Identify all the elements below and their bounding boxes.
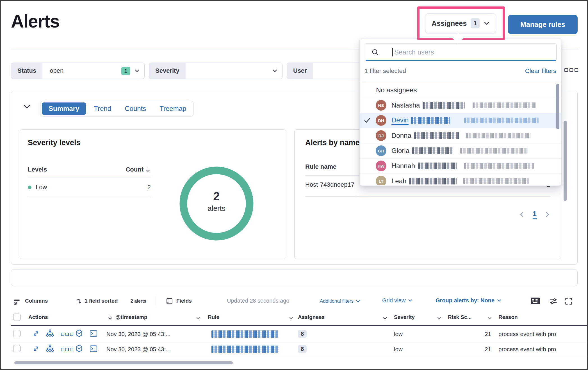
tab-counts[interactable]: Counts [119, 102, 152, 115]
redacted-surname [418, 163, 457, 169]
horizontal-scrollbar[interactable] [14, 361, 233, 364]
user-avatar: DJ [376, 130, 386, 141]
chevron-down-icon[interactable] [289, 316, 294, 321]
keyboard-shortcuts-icon[interactable] [530, 297, 540, 305]
user-first-name: Nastasha [391, 101, 420, 109]
donut-center-label: alerts [179, 204, 254, 213]
redacted-surname [423, 102, 465, 109]
tab-summary[interactable]: Summary [42, 102, 86, 115]
session-view-icon[interactable] [90, 330, 97, 337]
severity-levels-table: Levels Count Low 2 [28, 166, 151, 197]
rule-column-header[interactable]: Rule [208, 314, 219, 320]
fields-icon [166, 298, 173, 305]
donut-center-value: 2 [179, 189, 254, 203]
risk-score-column-header[interactable]: Risk Sc... [448, 314, 472, 320]
manage-rules-button[interactable]: Manage rules [508, 15, 578, 34]
analyzer-graph-icon[interactable] [46, 329, 54, 337]
chevron-down-icon [484, 20, 490, 26]
chevron-down-icon[interactable] [487, 316, 492, 321]
severity-cell: low [394, 331, 403, 337]
updated-status-text: Updated 28 seconds ago [227, 298, 289, 304]
rule-name-column-header: Rule name [305, 163, 336, 170]
list-item-user[interactable]: HW Hannah [360, 158, 561, 174]
more-actions-icon[interactable] [61, 333, 73, 336]
fullscreen-icon[interactable] [565, 297, 573, 305]
select-all-checkbox[interactable] [13, 314, 20, 321]
session-view-icon[interactable] [90, 345, 97, 353]
redacted-email [464, 118, 539, 123]
assignees-count-badge: 1 [471, 18, 480, 28]
assignees-filter-button[interactable]: Assignees 1 [425, 13, 496, 33]
redacted-surname [411, 117, 450, 124]
field-sorted-button[interactable]: 1 field sorted [85, 298, 118, 304]
vertical-scrollbar[interactable] [564, 121, 567, 201]
severity-level-row: Low 2 [28, 177, 151, 197]
alerts-by-name-title: Alerts by name [305, 138, 360, 147]
filter-selected-text: 1 filter selected [364, 67, 406, 75]
grid-view-button[interactable]: Grid view [382, 297, 412, 304]
levels-column-header: Levels [28, 166, 47, 173]
redacted-email [460, 148, 528, 154]
columns-button[interactable]: Columns [25, 298, 48, 304]
search-users-input[interactable] [365, 44, 557, 61]
group-alerts-by-button[interactable]: Group alerts by: None [436, 297, 502, 304]
expand-alert-icon[interactable] [32, 345, 40, 352]
list-item-no-assignees[interactable]: No assignees [360, 83, 561, 98]
previous-page-icon[interactable] [519, 211, 525, 218]
next-section-panel [11, 269, 578, 286]
list-item-user[interactable]: NS Nastasha [360, 98, 561, 113]
severity-column-header[interactable]: Severity [394, 314, 415, 320]
next-page-icon[interactable] [544, 211, 551, 218]
chevron-down-icon[interactable] [196, 316, 201, 321]
analyzer-graph-icon[interactable] [46, 344, 54, 353]
assignees-count-badge[interactable]: 8 [298, 330, 307, 338]
rule-name-redacted[interactable] [211, 330, 278, 338]
timestamp-column-header[interactable]: @timestamp [115, 314, 147, 320]
display-settings-icon[interactable] [550, 297, 557, 305]
page-number[interactable]: 1 [533, 210, 537, 219]
avatar-initials: HW [378, 164, 385, 168]
alerts-page: Alerts Assignees 1 Manage rules Status o… [0, 0, 588, 370]
rule-name-redacted[interactable] [211, 346, 279, 353]
chevron-down-icon[interactable] [383, 316, 388, 321]
user-first-name: Devin [391, 116, 409, 125]
severity-donut-chart: 2 alerts [179, 166, 254, 241]
row-checkbox[interactable] [13, 345, 20, 352]
table-header-divider [11, 325, 588, 326]
list-item-user-selected[interactable]: DH Devin [360, 113, 561, 128]
clear-filters-link[interactable]: Clear filters [525, 67, 556, 75]
grid-view-label: Grid view [382, 297, 405, 304]
row-checkbox[interactable] [13, 330, 20, 337]
user-avatar: GH [376, 145, 386, 156]
analyze-event-icon[interactable] [75, 329, 83, 337]
count-column-header[interactable]: Count [126, 166, 143, 173]
list-item-user[interactable]: DJ Donna [360, 128, 561, 143]
more-actions-icon[interactable] [61, 348, 73, 351]
status-count-badge: 1 [121, 67, 130, 75]
avatar-initials: DJ [378, 133, 384, 138]
severity-filter[interactable]: Severity [149, 63, 282, 79]
additional-filters-button[interactable]: Additional filters [320, 298, 360, 304]
list-item-user[interactable]: LT Leah [360, 173, 561, 185]
popover-scrollbar[interactable] [556, 84, 559, 129]
chevron-down-icon [356, 299, 360, 303]
sort-fields-icon [76, 298, 82, 305]
collapse-section-chevron-icon[interactable] [23, 102, 31, 111]
assignees-column-header[interactable]: Assignees [298, 314, 325, 320]
expand-alert-icon[interactable] [32, 330, 40, 337]
group-alerts-by-label: Group alerts by: None [436, 297, 494, 304]
more-filters-icon[interactable] [564, 68, 578, 72]
fields-button[interactable]: Fields [176, 298, 192, 304]
row-divider [11, 342, 588, 342]
tab-treemap[interactable]: Treemap [154, 102, 192, 115]
rule-name-cell[interactable]: Host-743dnoep17 [305, 181, 354, 188]
status-filter[interactable]: Status open 1 [11, 63, 145, 79]
list-item-user[interactable]: GH Gloria [360, 143, 561, 159]
severity-filter-label: Severity [149, 63, 186, 79]
assignees-count-badge[interactable]: 8 [298, 345, 307, 353]
analyze-event-icon[interactable] [75, 344, 83, 353]
chevron-down-icon[interactable] [437, 316, 442, 321]
user-search-field[interactable] [365, 43, 557, 61]
user-avatar: NS [376, 100, 386, 111]
tab-trend[interactable]: Trend [88, 102, 117, 115]
